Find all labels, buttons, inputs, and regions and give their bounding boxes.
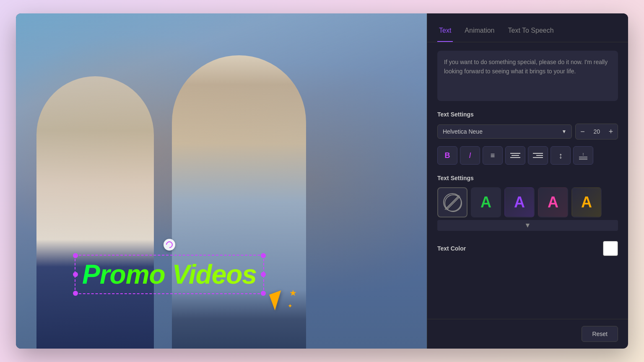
font-size-value: 20 <box>589 128 604 135</box>
italic-button[interactable]: I <box>460 146 480 165</box>
tab-tts[interactable]: Text To Speech <box>506 22 556 42</box>
font-selector[interactable]: Helvetica Neue ▼ <box>437 124 572 139</box>
rotate-icon <box>165 240 174 250</box>
chevron-down-icon: ▼ <box>525 222 531 229</box>
star-decoration-2: ✦ <box>288 303 293 309</box>
text-input-value: If you want to do something special, ple… <box>444 57 611 76</box>
selected-text-element[interactable]: Promo Videos <box>75 255 264 294</box>
person-left-silhouette <box>36 76 154 349</box>
text-input-area[interactable]: If you want to do something special, ple… <box>437 51 618 101</box>
handle-top-left[interactable] <box>73 253 78 258</box>
font-size-increase[interactable]: + <box>604 124 618 139</box>
style-pink[interactable]: A <box>538 187 568 217</box>
handle-bottom-left[interactable] <box>73 291 78 296</box>
panel-footer: Reset <box>427 319 628 349</box>
star-decoration-1: ★ <box>289 288 297 298</box>
style-dropdown-more[interactable]: ▼ <box>437 220 618 231</box>
text-color-swatch[interactable] <box>603 241 618 256</box>
main-container: Promo Videos ★ ✦ Text Animation Text To … <box>16 13 628 349</box>
side-panel: Text Animation Text To Speech If you wan… <box>427 13 628 349</box>
canvas-area[interactable]: Promo Videos ★ ✦ <box>16 13 427 349</box>
line-height-button[interactable]: ↕ <box>573 146 593 165</box>
handle-bottom-right[interactable] <box>261 291 266 296</box>
style-orange-letter: A <box>581 194 592 211</box>
reset-button[interactable]: Reset <box>582 326 618 342</box>
italic-icon: I <box>469 151 471 160</box>
format-buttons: B I ≡ <box>437 146 618 165</box>
font-controls: Helvetica Neue ▼ − 20 + <box>437 124 618 140</box>
style-purple-letter: A <box>514 194 525 211</box>
text-settings-label: Text Settings <box>437 111 618 118</box>
panel-content: If you want to do something special, ple… <box>427 42 628 319</box>
cursor-decoration: ★ ✦ <box>272 292 284 309</box>
text-style-label: Text Settings <box>437 175 618 181</box>
no-style-icon <box>443 193 462 212</box>
text-color-label: Text Color <box>437 245 466 252</box>
panel-tabs: Text Animation Text To Speech <box>427 13 628 42</box>
tab-text[interactable]: Text <box>437 22 453 42</box>
letter-spacing-icon: ↕ <box>558 151 563 160</box>
bold-button[interactable]: B <box>437 146 457 165</box>
align-center-icon <box>510 153 520 158</box>
style-green-letter: A <box>480 194 491 211</box>
style-options: A A A A <box>437 187 618 217</box>
tab-animation[interactable]: Animation <box>463 22 496 42</box>
text-style-section: Text Settings A <box>437 175 618 231</box>
style-orange[interactable]: A <box>571 187 602 217</box>
handle-top-right[interactable] <box>261 253 266 258</box>
style-pink-letter: A <box>548 194 558 211</box>
font-size-decrease[interactable]: − <box>576 124 589 139</box>
align-right-icon <box>533 153 543 158</box>
svg-line-1 <box>447 197 460 210</box>
handle-middle-left[interactable] <box>73 272 78 277</box>
letter-spacing-button[interactable]: ↕ <box>551 146 571 165</box>
align-left-button[interactable]: ≡ <box>483 146 503 165</box>
align-center-button[interactable] <box>505 146 525 165</box>
color-section: Text Color <box>437 241 618 256</box>
bold-icon: B <box>445 151 450 160</box>
font-size-control: − 20 + <box>575 124 618 140</box>
font-dropdown-chevron: ▼ <box>562 129 567 134</box>
rotate-handle[interactable] <box>164 239 175 251</box>
align-right-button[interactable] <box>528 146 548 165</box>
font-name: Helvetica Neue <box>443 128 483 135</box>
line-height-icon: ↕ <box>579 152 587 160</box>
style-green[interactable]: A <box>471 187 501 217</box>
style-purple[interactable]: A <box>504 187 535 217</box>
align-left-icon: ≡ <box>491 151 495 160</box>
canvas-text[interactable]: Promo Videos <box>82 259 257 290</box>
handle-middle-right[interactable] <box>261 272 266 277</box>
cursor-arrow <box>269 290 287 310</box>
style-none[interactable] <box>437 187 467 217</box>
no-style-svg <box>444 194 462 212</box>
